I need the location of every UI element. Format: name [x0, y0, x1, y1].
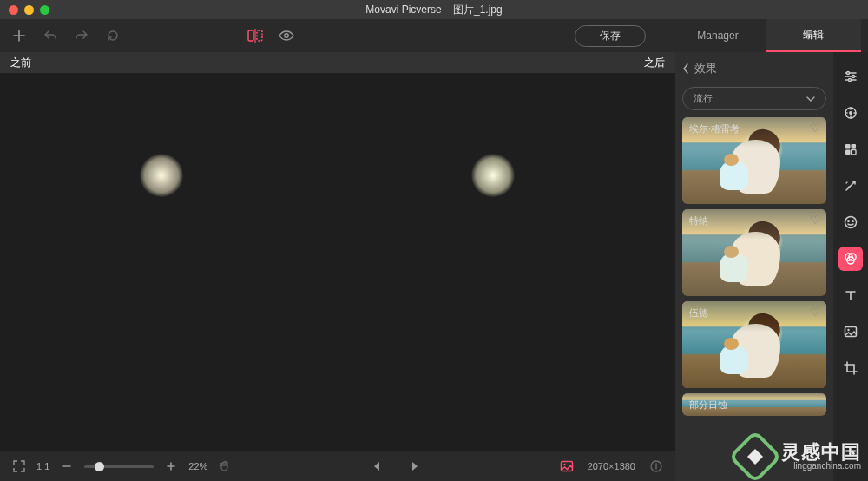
svg-point-6: [847, 72, 850, 75]
after-image[interactable]: [343, 154, 664, 371]
svg-rect-11: [845, 144, 851, 149]
tool-rail: [833, 52, 868, 481]
redo-button[interactable]: [69, 23, 94, 48]
magic-tool[interactable]: [838, 174, 863, 198]
tab-edit[interactable]: 编辑: [766, 19, 861, 52]
svg-point-15: [845, 217, 857, 228]
main-area: 之前 之后 1:1 22%: [0, 52, 868, 481]
svg-rect-12: [852, 144, 857, 149]
denoise-tool[interactable]: [838, 137, 863, 161]
image-dimensions: 2070×1380: [588, 461, 635, 471]
window-title: Movavi Picverse – 图片_1.jpg: [0, 3, 868, 17]
svg-rect-13: [845, 150, 851, 155]
svg-point-16: [848, 221, 850, 222]
undo-button[interactable]: [38, 23, 62, 48]
svg-point-2: [285, 34, 288, 37]
category-selected-label: 流行: [694, 92, 713, 105]
effects-panel: 效果 流行 埃尔·格雷考 ♡ 特纳: [675, 52, 833, 481]
adjust-tool[interactable]: [838, 64, 863, 89]
svg-point-17: [852, 221, 854, 222]
preset-label: 伍德: [689, 306, 708, 320]
zoom-slider[interactable]: [84, 465, 154, 468]
preset-list: 埃尔·格雷考 ♡ 特纳 ♡ 伍德 ♡: [682, 117, 826, 472]
top-toolbar: 保存 Manager 编辑: [0, 19, 868, 52]
reset-button[interactable]: [101, 23, 125, 48]
nav-center: [242, 456, 549, 477]
fullscreen-window-button[interactable]: [40, 5, 49, 15]
save-button[interactable]: 保存: [575, 25, 646, 47]
zoom-out-button[interactable]: [56, 456, 77, 477]
preset-label: 特纳: [689, 214, 708, 227]
compare-images: [0, 73, 675, 451]
before-image[interactable]: [11, 154, 332, 371]
chevron-down-icon: [806, 96, 815, 102]
svg-point-4: [563, 464, 565, 465]
compare-header: 之前 之后: [0, 52, 675, 73]
crop-tool[interactable]: [838, 356, 863, 380]
svg-point-7: [852, 76, 855, 78]
bottom-bar: 1:1 22% 2070×1380: [0, 451, 675, 481]
chevron-left-icon: [682, 63, 689, 74]
zoom-in-button[interactable]: [161, 456, 181, 477]
favorite-icon[interactable]: ♡: [810, 121, 821, 135]
preview-toggle-button[interactable]: [274, 23, 299, 48]
preset-item[interactable]: 部分日蚀: [682, 393, 826, 416]
text-tool[interactable]: [838, 283, 863, 307]
tab-manager[interactable]: Manager: [670, 19, 766, 52]
zoom-ratio-label[interactable]: 1:1: [36, 461, 49, 471]
compare-view-button[interactable]: [243, 23, 267, 48]
favorite-icon[interactable]: ♡: [810, 213, 821, 227]
canvas-area: 之前 之后 1:1 22%: [0, 52, 675, 481]
info-icon[interactable]: [646, 456, 667, 477]
panel-back-button[interactable]: 效果: [682, 61, 826, 76]
app-window: Movavi Picverse – 图片_1.jpg 保存 Manager 编辑: [0, 0, 868, 481]
favorite-icon[interactable]: ♡: [810, 305, 821, 319]
svg-rect-1: [257, 30, 262, 41]
preset-item[interactable]: 特纳 ♡: [682, 209, 826, 296]
svg-rect-0: [248, 30, 253, 41]
add-button[interactable]: [7, 23, 31, 48]
face-tool[interactable]: [838, 210, 863, 234]
panel-title-label: 效果: [694, 61, 717, 76]
effects-category-dropdown[interactable]: 流行: [682, 87, 826, 110]
svg-point-8: [849, 79, 852, 82]
preset-item[interactable]: 伍德 ♡: [682, 301, 826, 388]
svg-rect-14: [852, 150, 857, 155]
insert-image-tool[interactable]: [838, 320, 863, 344]
mode-tabs: Manager 编辑: [670, 19, 861, 52]
close-window-button[interactable]: [9, 5, 18, 15]
after-label: 之后: [644, 56, 665, 70]
svg-point-22: [847, 329, 849, 331]
ai-select-tool[interactable]: [838, 101, 863, 125]
prev-image-button[interactable]: [366, 456, 387, 477]
right-panel: 效果 流行 埃尔·格雷考 ♡ 特纳: [675, 52, 868, 481]
effects-tool[interactable]: [838, 247, 863, 271]
minimize-window-button[interactable]: [24, 5, 34, 15]
fit-screen-button[interactable]: [9, 456, 30, 477]
image-info-button[interactable]: [556, 456, 577, 477]
preset-label: 部分日蚀: [689, 399, 727, 412]
svg-point-10: [850, 112, 852, 114]
preset-item[interactable]: 埃尔·格雷考 ♡: [682, 117, 826, 204]
next-image-button[interactable]: [404, 456, 425, 477]
pan-hand-button[interactable]: [214, 456, 235, 477]
titlebar: Movavi Picverse – 图片_1.jpg: [0, 0, 868, 19]
zoom-percent-label: 22%: [188, 461, 207, 471]
before-label: 之前: [10, 56, 31, 70]
preset-label: 埃尔·格雷考: [689, 122, 740, 135]
window-controls: [0, 5, 49, 15]
